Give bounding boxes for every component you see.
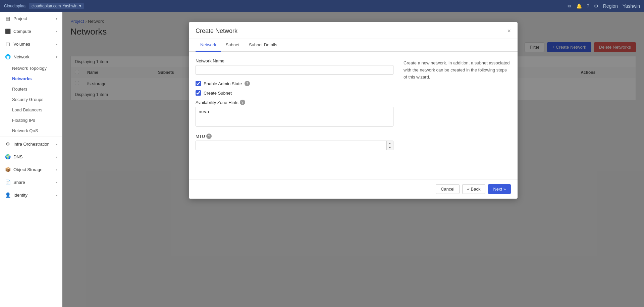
sidebar-item-label: Infra Orchestration xyxy=(13,142,53,147)
network-arrow-icon: ▾ xyxy=(56,55,57,59)
sidebar-item-volumes[interactable]: ◫ Volumes ▸ xyxy=(0,38,62,50)
enable-admin-state-label: Enable Admin State xyxy=(204,81,242,86)
create-network-modal: Create Network × Network Subnet Subnet D… xyxy=(189,22,518,199)
network-name-input[interactable] xyxy=(196,65,393,75)
share-icon: 📄 xyxy=(5,179,11,185)
back-button[interactable]: « Back xyxy=(462,184,486,194)
mtu-spinner-group: ▲ ▼ xyxy=(196,141,393,150)
sidebar-item-label: Object Storage xyxy=(13,167,53,172)
infra-arrow-icon: ▸ xyxy=(56,142,57,146)
mtu-group: MTU ? ▲ ▼ xyxy=(196,134,393,150)
volumes-icon: ◫ xyxy=(5,41,11,47)
layout: ▤ Project ▾ ⬛ Compute ▸ ◫ Volumes ▸ 🌐 Ne… xyxy=(0,12,644,307)
compute-arrow-icon: ▸ xyxy=(56,30,57,33)
sidebar-item-label: Network xyxy=(13,54,53,59)
create-subnet-row: Create Subnet xyxy=(196,90,393,96)
sidebar-item-object-storage[interactable]: 📦 Object Storage ▸ xyxy=(0,163,62,176)
az-hints-group: Availability Zone Hints ? nova xyxy=(196,100,393,127)
mtu-label: MTU ? xyxy=(196,134,393,139)
enable-admin-state-help-icon[interactable]: ? xyxy=(245,81,250,86)
sidebar-item-floating-ips[interactable]: Floating IPs xyxy=(12,115,62,125)
topbar-site[interactable]: cloudtopiaa.com Yashwin ▾ xyxy=(29,3,84,9)
az-hints-textarea[interactable]: nova xyxy=(196,107,393,126)
sidebar-item-project[interactable]: ▤ Project ▾ xyxy=(0,12,62,25)
enable-admin-state-checkbox[interactable] xyxy=(196,81,201,86)
mtu-help-icon[interactable]: ? xyxy=(206,134,212,139)
tab-subnet[interactable]: Subnet xyxy=(221,39,244,52)
sidebar: ▤ Project ▾ ⬛ Compute ▸ ◫ Volumes ▸ 🌐 Ne… xyxy=(0,12,62,307)
sidebar-item-share[interactable]: 📄 Share ▸ xyxy=(0,176,62,189)
compute-icon: ⬛ xyxy=(5,28,11,34)
sidebar-item-label: Identity xyxy=(13,193,53,198)
modal-tabs: Network Subnet Subnet Details xyxy=(189,39,518,52)
sidebar-item-compute[interactable]: ⬛ Compute ▸ xyxy=(0,25,62,38)
modal-form: Network Name Enable Admin State ? Create… xyxy=(196,58,393,172)
sidebar-item-label: Share xyxy=(13,180,53,185)
sidebar-item-infra-orchestration[interactable]: ⚙ Infra Orchestration ▸ xyxy=(0,138,62,150)
topbar-right: ✉ 🔔 ? ⚙ Region Yashwin xyxy=(568,3,640,9)
identity-arrow-icon: ▸ xyxy=(56,193,57,197)
az-hints-label: Availability Zone Hints ? xyxy=(196,100,393,105)
tab-subnet-details[interactable]: Subnet Details xyxy=(244,39,282,52)
bell-icon[interactable]: 🔔 xyxy=(576,3,582,9)
topbar: Cloudtopiaa cloudtopiaa.com Yashwin ▾ ✉ … xyxy=(0,0,644,12)
sidebar-item-dns[interactable]: 🌍 DNS ▸ xyxy=(0,150,62,163)
sidebar-item-load-balancers[interactable]: Load Balancers xyxy=(12,105,62,115)
network-name-label: Network Name xyxy=(196,58,393,63)
sidebar-item-network-topology[interactable]: Network Topology xyxy=(12,63,62,73)
create-subnet-checkbox[interactable] xyxy=(196,90,201,96)
tab-network[interactable]: Network xyxy=(196,39,221,52)
object-storage-arrow-icon: ▸ xyxy=(56,168,57,171)
topbar-left: Cloudtopiaa cloudtopiaa.com Yashwin ▾ xyxy=(4,3,84,9)
next-button[interactable]: Next » xyxy=(488,184,511,194)
network-icon: 🌐 xyxy=(5,54,11,60)
mtu-up-button[interactable]: ▲ xyxy=(387,141,393,146)
az-hints-help-icon[interactable]: ? xyxy=(240,100,245,105)
infra-orchestration-icon: ⚙ xyxy=(5,141,11,147)
modal-header: Create Network × xyxy=(189,22,518,39)
topbar-user-arrow: ▾ xyxy=(79,4,81,8)
cancel-button[interactable]: Cancel xyxy=(436,184,459,194)
project-icon: ▤ xyxy=(5,15,11,21)
sidebar-item-networks[interactable]: Networks xyxy=(12,73,62,84)
topbar-user-name: Yashwin xyxy=(62,4,77,8)
topbar-site-name: cloudtopiaa.com xyxy=(32,4,61,8)
project-arrow-icon: ▾ xyxy=(56,17,57,20)
user-account[interactable]: Yashwin xyxy=(623,3,640,9)
modal-description: Create a new network. In addition, a sub… xyxy=(404,58,511,172)
envelope-icon[interactable]: ✉ xyxy=(568,3,572,9)
modal-close-button[interactable]: × xyxy=(507,28,511,35)
identity-icon: 👤 xyxy=(5,192,11,198)
sidebar-item-identity[interactable]: 👤 Identity ▸ xyxy=(0,189,62,201)
share-arrow-icon: ▸ xyxy=(56,181,57,184)
question-icon[interactable]: ? xyxy=(587,3,589,9)
gear-icon[interactable]: ⚙ xyxy=(594,3,598,9)
region-selector[interactable]: Region xyxy=(603,3,618,9)
mtu-down-button[interactable]: ▼ xyxy=(387,146,393,150)
modal-body: Network Name Enable Admin State ? Create… xyxy=(189,52,518,179)
modal-title: Create Network xyxy=(196,28,237,35)
mtu-spinner-buttons: ▲ ▼ xyxy=(386,141,393,150)
sidebar-sub-network: Network Topology Networks Routers Securi… xyxy=(0,63,62,136)
sidebar-item-label: Compute xyxy=(13,29,53,34)
mtu-input[interactable] xyxy=(196,141,393,150)
create-subnet-label: Create Subnet xyxy=(204,91,232,96)
sidebar-item-network[interactable]: 🌐 Network ▾ xyxy=(0,50,62,63)
object-storage-icon: 📦 xyxy=(5,166,11,172)
modal-overlay: Create Network × Network Subnet Subnet D… xyxy=(62,12,644,307)
enable-admin-state-row: Enable Admin State ? xyxy=(196,81,393,86)
sidebar-item-label: DNS xyxy=(13,154,53,159)
volumes-arrow-icon: ▸ xyxy=(56,42,57,46)
main-content: Project › Network Networks Filter + Crea… xyxy=(62,12,644,307)
sidebar-item-label: Project xyxy=(13,16,53,21)
sidebar-item-label: Volumes xyxy=(13,42,53,47)
sidebar-item-security-groups[interactable]: Security Groups xyxy=(12,94,62,105)
modal-footer: Cancel « Back Next » xyxy=(189,179,518,199)
dns-arrow-icon: ▸ xyxy=(56,155,57,159)
dns-icon: 🌍 xyxy=(5,154,11,160)
sidebar-divider xyxy=(0,137,62,137)
network-name-group: Network Name xyxy=(196,58,393,75)
topbar-logo: Cloudtopiaa xyxy=(4,4,25,8)
sidebar-item-network-qos[interactable]: Network QoS xyxy=(12,125,62,136)
sidebar-item-routers[interactable]: Routers xyxy=(12,84,62,94)
